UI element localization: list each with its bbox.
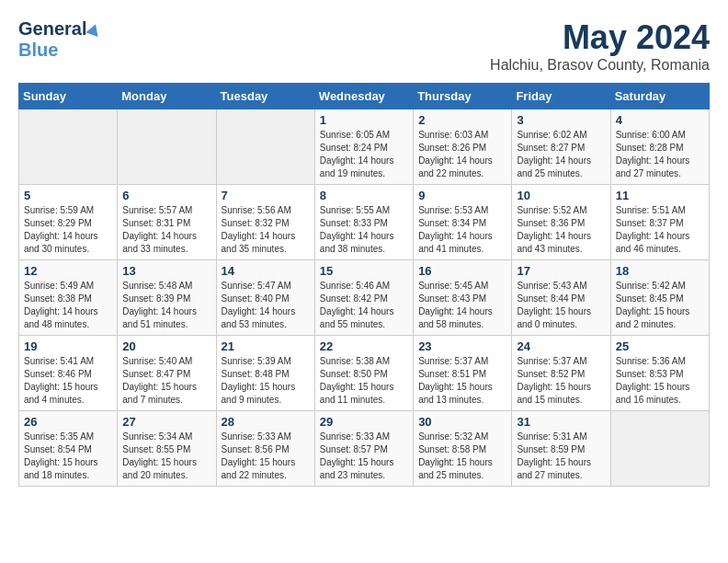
logo-general-text: General [18, 18, 86, 40]
table-row: 1Sunrise: 6:05 AM Sunset: 8:24 PM Daylig… [314, 109, 413, 185]
day-number: 10 [517, 189, 605, 202]
page-header: General Blue May 2024 Halchiu, Brasov Co… [18, 18, 710, 74]
logo-triangle-icon [86, 21, 102, 36]
table-row: 5Sunrise: 5:59 AM Sunset: 8:29 PM Daylig… [19, 185, 118, 260]
table-row: 22Sunrise: 5:38 AM Sunset: 8:50 PM Dayli… [314, 336, 413, 411]
table-row: 30Sunrise: 5:32 AM Sunset: 8:58 PM Dayli… [414, 411, 512, 487]
day-info: Sunrise: 5:37 AM Sunset: 8:52 PM Dayligh… [517, 355, 605, 407]
day-number: 28 [222, 415, 310, 429]
calendar-week-5: 26Sunrise: 5:35 AM Sunset: 8:54 PM Dayli… [19, 411, 710, 487]
day-info: Sunrise: 6:00 AM Sunset: 8:28 PM Dayligh… [616, 129, 704, 180]
day-number: 24 [517, 339, 605, 353]
table-row [610, 411, 709, 487]
day-info: Sunrise: 5:41 AM Sunset: 8:46 PM Dayligh… [24, 355, 112, 407]
day-info: Sunrise: 5:40 AM Sunset: 8:47 PM Dayligh… [122, 355, 210, 407]
day-number: 18 [616, 264, 704, 278]
day-info: Sunrise: 6:03 AM Sunset: 8:26 PM Dayligh… [418, 129, 506, 180]
table-row: 11Sunrise: 5:51 AM Sunset: 8:37 PM Dayli… [610, 185, 709, 260]
table-row: 9Sunrise: 5:53 AM Sunset: 8:34 PM Daylig… [414, 185, 512, 260]
day-info: Sunrise: 5:32 AM Sunset: 8:58 PM Dayligh… [418, 431, 506, 482]
weekday-header-saturday: Saturday [610, 84, 709, 109]
table-row: 27Sunrise: 5:34 AM Sunset: 8:55 PM Dayli… [118, 411, 216, 487]
day-number: 17 [517, 264, 605, 278]
table-row: 3Sunrise: 6:02 AM Sunset: 8:27 PM Daylig… [512, 109, 610, 185]
logo-blue-text: Blue [18, 40, 58, 61]
day-number: 6 [122, 189, 210, 202]
day-info: Sunrise: 5:47 AM Sunset: 8:40 PM Dayligh… [222, 280, 310, 331]
day-info: Sunrise: 5:31 AM Sunset: 8:59 PM Dayligh… [517, 431, 605, 482]
day-number: 7 [222, 189, 310, 202]
table-row: 28Sunrise: 5:33 AM Sunset: 8:56 PM Dayli… [216, 411, 314, 487]
day-info: Sunrise: 5:43 AM Sunset: 8:44 PM Dayligh… [517, 280, 605, 331]
table-row: 4Sunrise: 6:00 AM Sunset: 8:28 PM Daylig… [610, 109, 709, 185]
day-info: Sunrise: 5:37 AM Sunset: 8:51 PM Dayligh… [418, 355, 506, 407]
table-row: 6Sunrise: 5:57 AM Sunset: 8:31 PM Daylig… [118, 185, 216, 260]
weekday-header-tuesday: Tuesday [216, 84, 314, 109]
day-number: 12 [24, 264, 112, 278]
table-row: 29Sunrise: 5:33 AM Sunset: 8:57 PM Dayli… [314, 411, 413, 487]
day-number: 27 [122, 415, 210, 429]
table-row [216, 109, 314, 185]
weekday-header-monday: Monday [118, 84, 216, 109]
day-info: Sunrise: 5:46 AM Sunset: 8:42 PM Dayligh… [320, 280, 408, 331]
day-info: Sunrise: 5:56 AM Sunset: 8:32 PM Dayligh… [222, 204, 310, 256]
day-number: 31 [517, 415, 605, 429]
day-info: Sunrise: 6:02 AM Sunset: 8:27 PM Dayligh… [517, 129, 605, 180]
table-row: 23Sunrise: 5:37 AM Sunset: 8:51 PM Dayli… [414, 336, 512, 411]
table-row: 15Sunrise: 5:46 AM Sunset: 8:42 PM Dayli… [314, 260, 413, 336]
day-number: 14 [222, 264, 310, 278]
calendar-week-2: 5Sunrise: 5:59 AM Sunset: 8:29 PM Daylig… [19, 185, 710, 260]
day-number: 5 [24, 189, 112, 202]
day-number: 1 [320, 113, 408, 127]
day-number: 11 [616, 189, 704, 202]
day-info: Sunrise: 5:33 AM Sunset: 8:57 PM Dayligh… [320, 431, 408, 482]
calendar-week-3: 12Sunrise: 5:49 AM Sunset: 8:38 PM Dayli… [19, 260, 710, 336]
day-info: Sunrise: 5:36 AM Sunset: 8:53 PM Dayligh… [616, 355, 704, 407]
day-info: Sunrise: 5:55 AM Sunset: 8:33 PM Dayligh… [320, 204, 408, 256]
day-info: Sunrise: 6:05 AM Sunset: 8:24 PM Dayligh… [320, 129, 408, 180]
day-info: Sunrise: 5:33 AM Sunset: 8:56 PM Dayligh… [222, 431, 310, 482]
table-row: 7Sunrise: 5:56 AM Sunset: 8:32 PM Daylig… [216, 185, 314, 260]
weekday-header-friday: Friday [512, 84, 610, 109]
day-number: 4 [616, 113, 704, 127]
day-info: Sunrise: 5:39 AM Sunset: 8:48 PM Dayligh… [222, 355, 310, 407]
day-number: 3 [517, 113, 605, 127]
table-row: 8Sunrise: 5:55 AM Sunset: 8:33 PM Daylig… [314, 185, 413, 260]
day-info: Sunrise: 5:35 AM Sunset: 8:54 PM Dayligh… [24, 431, 112, 482]
weekday-header-sunday: Sunday [19, 84, 118, 109]
table-row: 12Sunrise: 5:49 AM Sunset: 8:38 PM Dayli… [19, 260, 118, 336]
day-info: Sunrise: 5:52 AM Sunset: 8:36 PM Dayligh… [517, 204, 605, 256]
day-info: Sunrise: 5:48 AM Sunset: 8:39 PM Dayligh… [122, 280, 210, 331]
table-row: 16Sunrise: 5:45 AM Sunset: 8:43 PM Dayli… [414, 260, 512, 336]
day-number: 8 [320, 189, 408, 202]
table-row [118, 109, 216, 185]
day-number: 2 [418, 113, 506, 127]
day-number: 26 [24, 415, 112, 429]
day-number: 20 [122, 339, 210, 353]
day-number: 13 [122, 264, 210, 278]
day-number: 25 [616, 339, 704, 353]
day-info: Sunrise: 5:59 AM Sunset: 8:29 PM Dayligh… [24, 204, 112, 256]
day-info: Sunrise: 5:42 AM Sunset: 8:45 PM Dayligh… [616, 280, 704, 331]
calendar-table: SundayMondayTuesdayWednesdayThursdayFrid… [18, 83, 710, 487]
table-row: 19Sunrise: 5:41 AM Sunset: 8:46 PM Dayli… [19, 336, 118, 411]
day-info: Sunrise: 5:51 AM Sunset: 8:37 PM Dayligh… [616, 204, 704, 256]
table-row: 17Sunrise: 5:43 AM Sunset: 8:44 PM Dayli… [512, 260, 610, 336]
day-info: Sunrise: 5:38 AM Sunset: 8:50 PM Dayligh… [320, 355, 408, 407]
table-row: 2Sunrise: 6:03 AM Sunset: 8:26 PM Daylig… [414, 109, 512, 185]
day-number: 29 [320, 415, 408, 429]
table-row: 14Sunrise: 5:47 AM Sunset: 8:40 PM Dayli… [216, 260, 314, 336]
day-number: 30 [418, 415, 506, 429]
day-number: 23 [418, 339, 506, 353]
table-row: 13Sunrise: 5:48 AM Sunset: 8:39 PM Dayli… [118, 260, 216, 336]
day-info: Sunrise: 5:53 AM Sunset: 8:34 PM Dayligh… [418, 204, 506, 256]
day-number: 15 [320, 264, 408, 278]
weekday-header-thursday: Thursday [414, 84, 512, 109]
weekday-header-row: SundayMondayTuesdayWednesdayThursdayFrid… [19, 84, 710, 109]
location-title: Halchiu, Brasov County, Romania [490, 57, 710, 74]
weekday-header-wednesday: Wednesday [314, 84, 413, 109]
table-row: 20Sunrise: 5:40 AM Sunset: 8:47 PM Dayli… [118, 336, 216, 411]
day-number: 19 [24, 339, 112, 353]
day-number: 21 [222, 339, 310, 353]
table-row: 10Sunrise: 5:52 AM Sunset: 8:36 PM Dayli… [512, 185, 610, 260]
